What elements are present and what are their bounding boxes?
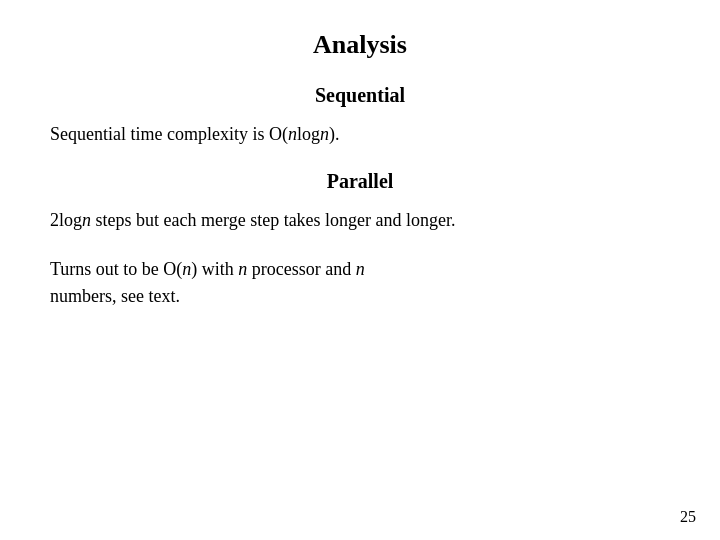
par-n1: n xyxy=(82,210,91,230)
slide-container: Analysis Sequential Sequential time comp… xyxy=(0,0,720,540)
seq-log: log xyxy=(297,124,320,144)
page-number: 25 xyxy=(680,508,696,526)
par-turns: Turns out to be O( xyxy=(50,259,182,279)
parallel-heading: Parallel xyxy=(50,170,670,193)
par-2log: 2log xyxy=(50,210,82,230)
par-with: ) with xyxy=(191,259,238,279)
par-steps: steps but each merge step takes longer a… xyxy=(91,210,456,230)
seq-n1: n xyxy=(288,124,297,144)
slide-title: Analysis xyxy=(50,30,670,60)
seq-text-start: Sequential time complexity is O( xyxy=(50,124,288,144)
sequential-heading: Sequential xyxy=(50,84,670,107)
par-n2: n xyxy=(182,259,191,279)
parallel-text-2: Turns out to be O(n) with n processor an… xyxy=(50,256,670,310)
par-n4: n xyxy=(356,259,365,279)
sequential-complexity-text: Sequential time complexity is O(nlogn). xyxy=(50,121,670,148)
seq-n2: n xyxy=(320,124,329,144)
parallel-text-1: 2logn steps but each merge step takes lo… xyxy=(50,207,670,234)
seq-end: ). xyxy=(329,124,340,144)
par-n3: n xyxy=(238,259,247,279)
par-processor: processor and xyxy=(247,259,355,279)
par-numbers: numbers, see text. xyxy=(50,286,180,306)
